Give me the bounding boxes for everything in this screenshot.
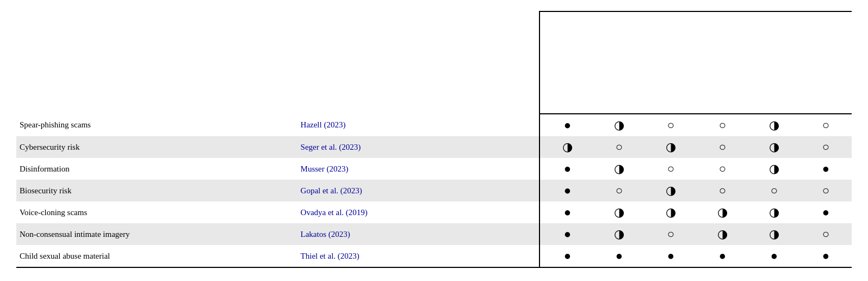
table-row: Voice-cloning scamsOvadya et al. (2019)●… (16, 201, 852, 223)
symbol-cell-2: ○ (645, 223, 697, 245)
symbol-cell-1: ● (593, 245, 645, 267)
symbol-cell-1: ◑ (593, 158, 645, 180)
symbol-cell-4: ◑ (748, 114, 800, 136)
col-header-2 (645, 11, 697, 114)
paper-cell: Lakatos (2023) (296, 223, 540, 245)
col-header-1 (593, 11, 645, 114)
symbol-cell-0: ● (542, 180, 593, 201)
symbol-cell-5: ○ (800, 180, 852, 201)
risk-cell: Disinformation (16, 158, 296, 180)
risk-cell: Voice-cloning scams (16, 201, 296, 223)
risk-cell: Child sexual abuse material (16, 245, 296, 267)
symbol-cell-4: ◑ (748, 136, 800, 158)
symbol-cell-2: ○ (645, 114, 697, 136)
symbol-cell-5: ○ (800, 136, 852, 158)
table-body: Spear-phishing scamsHazell (2023)●◑○○◑○C… (16, 114, 852, 267)
symbol-cell-4: ◑ (748, 201, 800, 223)
risk-table: Spear-phishing scamsHazell (2023)●◑○○◑○C… (16, 11, 852, 268)
symbol-cell-3: ○ (697, 180, 748, 201)
symbol-cell-4: ○ (748, 180, 800, 201)
symbol-cell-4: ◑ (748, 223, 800, 245)
header-row (16, 11, 852, 114)
col-header-4 (748, 11, 800, 114)
symbol-cell-2: ○ (645, 158, 697, 180)
symbol-cell-5: ● (800, 158, 852, 180)
table-row: Spear-phishing scamsHazell (2023)●◑○○◑○ (16, 114, 852, 136)
table-row: Cybersecurity riskSeger et al. (2023)◑○◑… (16, 136, 852, 158)
symbol-cell-0: ◑ (542, 136, 593, 158)
table-row: Non-consensual intimate imageryLakatos (… (16, 223, 852, 245)
symbol-cell-3: ○ (697, 158, 748, 180)
main-table-wrapper: Spear-phishing scamsHazell (2023)●◑○○◑○C… (16, 11, 852, 268)
symbol-cell-1: ○ (593, 180, 645, 201)
risk-cell: Spear-phishing scams (16, 114, 296, 136)
symbol-cell-1: ◑ (593, 114, 645, 136)
symbol-cell-3: ◑ (697, 201, 748, 223)
table-row: Biosecurity riskGopal et al. (2023)●○◑○○… (16, 180, 852, 201)
symbol-cell-2: ◑ (645, 136, 697, 158)
symbol-cell-0: ● (542, 158, 593, 180)
symbol-cell-5: ○ (800, 223, 852, 245)
paper-cell: Gopal et al. (2023) (296, 180, 540, 201)
paper-cell: Seger et al. (2023) (296, 136, 540, 158)
symbol-cell-3: ● (697, 245, 748, 267)
symbol-cell-2: ◑ (645, 180, 697, 201)
symbol-cell-2: ◑ (645, 201, 697, 223)
symbol-cell-3: ◑ (697, 223, 748, 245)
symbol-cell-5: ● (800, 201, 852, 223)
symbol-cell-1: ○ (593, 136, 645, 158)
symbol-cell-1: ◑ (593, 201, 645, 223)
col-header-3 (697, 11, 748, 114)
col-header-5 (800, 11, 852, 114)
risk-cell: Cybersecurity risk (16, 136, 296, 158)
col-header-0 (542, 11, 593, 114)
risk-cell: Non-consensual intimate imagery (16, 223, 296, 245)
symbol-cell-0: ● (542, 114, 593, 136)
table-row: DisinformationMusser (2023)●◑○○◑● (16, 158, 852, 180)
paper-cell: Ovadya et al. (2019) (296, 201, 540, 223)
symbol-cell-4: ● (748, 245, 800, 267)
risk-column-header (16, 11, 296, 114)
table-row: Child sexual abuse materialThiel et al. … (16, 245, 852, 267)
risk-cell: Biosecurity risk (16, 180, 296, 201)
paper-cell: Hazell (2023) (296, 114, 540, 136)
symbol-cell-5: ● (800, 245, 852, 267)
symbol-cell-1: ◑ (593, 223, 645, 245)
symbol-cell-3: ○ (697, 114, 748, 136)
symbol-cell-0: ● (542, 245, 593, 267)
paper-column-header (296, 11, 540, 114)
symbol-cell-3: ○ (697, 136, 748, 158)
symbol-cell-4: ◑ (748, 158, 800, 180)
symbol-cell-0: ● (542, 201, 593, 223)
paper-cell: Thiel et al. (2023) (296, 245, 540, 267)
symbol-cell-5: ○ (800, 114, 852, 136)
symbol-cell-0: ● (542, 223, 593, 245)
paper-cell: Musser (2023) (296, 158, 540, 180)
symbol-cell-2: ● (645, 245, 697, 267)
